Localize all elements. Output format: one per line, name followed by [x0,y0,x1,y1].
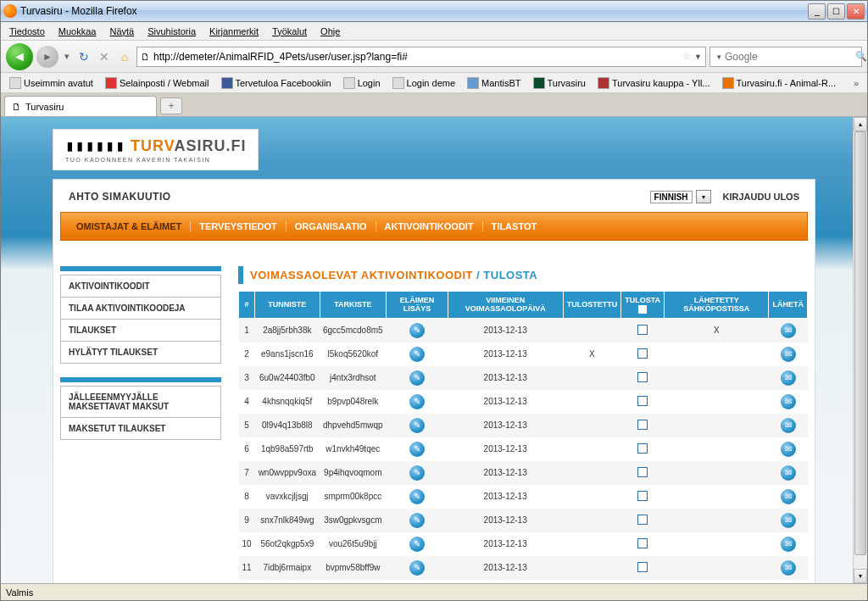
maximize-button[interactable]: ☐ [827,3,845,19]
add-animal-button[interactable]: ✎ [409,370,425,386]
add-animal-button[interactable]: ✎ [409,489,425,504]
send-button[interactable]: ✉ [781,513,796,528]
col-tulosta[interactable]: TULOSTA [621,292,665,319]
nav-forward-button[interactable]: ► [36,46,58,68]
print-checkbox[interactable] [637,491,648,501]
nav-terveys[interactable]: TERVEYSTIEDOT [191,221,286,231]
menu-edit[interactable]: Muokkaa [52,25,103,38]
add-animal-button[interactable]: ✎ [409,347,425,362]
col-lahetetty[interactable]: LÄHETETTY SÄHKÖPOSTISSA [665,292,769,319]
logout-link[interactable]: KIRJAUDU ULOS [723,192,799,202]
bookmark-item[interactable]: Login [338,75,386,91]
send-button[interactable]: ✉ [781,418,796,433]
url-dropdown[interactable]: ▼ [694,53,702,61]
send-button[interactable]: ✉ [781,560,796,576]
cell-date: 2013-12-13 [448,532,563,556]
bookmark-item[interactable]: MantisBT [462,75,526,91]
add-animal-button[interactable]: ✎ [409,560,425,576]
menu-tools[interactable]: Työkalut [265,25,314,38]
send-button[interactable]: ✉ [781,394,796,409]
scroll-down-button[interactable]: ▾ [854,569,867,583]
nav-history-dropdown[interactable]: ▾ [62,46,72,68]
bookmark-star-icon[interactable]: ☆ [682,51,691,62]
bookmark-item[interactable]: Selainposti / Webmail [100,75,214,91]
send-button[interactable]: ✉ [781,347,796,362]
nav-tilastot[interactable]: TILASTOT [483,221,546,231]
bookmark-item[interactable]: Turvasiru.fi - Animal-R... [717,75,842,91]
send-button[interactable]: ✉ [781,370,796,386]
site-logo[interactable]: ▮▮▮▮▮▮ TURVASIRU.FI TUO KADONNEEN KAVERI… [53,129,259,170]
scroll-up-button[interactable]: ▴ [854,117,867,131]
add-animal-button[interactable]: ✎ [409,537,425,552]
nav-organisaatio[interactable]: ORGANISAATIO [287,221,376,231]
sidebar-item[interactable]: TILAA AKTIVOINTIKOODEJA [60,298,221,320]
nav-back-button[interactable]: ◄ [6,43,33,70]
menu-help[interactable]: Ohje [314,25,347,38]
reload-button[interactable]: ↻ [75,48,92,65]
sidebar-item[interactable]: TILAUKSET [60,320,221,342]
print-checkbox[interactable] [637,372,648,382]
tab-turvasiru[interactable]: 🗋 Turvasiru [4,96,157,116]
search-engine-dropdown[interactable]: ▾ [717,53,721,61]
bookmark-item[interactable]: Tervetuloa Facebookiin [216,75,337,91]
send-button[interactable]: ✉ [781,323,796,338]
menu-view[interactable]: Näytä [103,25,141,38]
minimize-button[interactable]: ⎯ [808,3,826,19]
home-button[interactable]: ⌂ [116,48,133,65]
scroll-thumb[interactable] [854,131,866,555]
bookmarks-overflow[interactable]: » [849,78,864,88]
print-checkbox[interactable] [637,562,648,572]
send-button[interactable]: ✉ [781,465,796,481]
add-animal-button[interactable]: ✎ [409,442,425,457]
select-all-print-checkbox[interactable] [638,305,647,314]
col-tulostettu[interactable]: TULOSTETTU [563,292,621,319]
url-input[interactable] [153,51,679,63]
search-bar[interactable]: ▾ 🔍 [709,47,862,67]
close-button[interactable]: ✕ [847,3,865,19]
nav-omistajat[interactable]: OMISTAJAT & ELÄIMET [68,221,191,231]
search-input[interactable] [725,51,852,63]
sidebar-item[interactable]: MAKSETUT TILAUKSET [60,418,221,440]
add-animal-button[interactable]: ✎ [409,394,425,409]
col-tarkiste[interactable]: TARKISTE [320,292,387,319]
bookmark-item[interactable]: Turvasiru [528,75,591,91]
print-checkbox[interactable] [637,396,648,406]
nav-aktivointi[interactable]: AKTIVOINTIKOODIT [376,221,483,231]
col-viimeinen[interactable]: VIIMEINEN VOIMASSAOLOPÄIVÄ [448,292,563,319]
col-tunniste[interactable]: TUNNISTE [255,292,320,319]
sidebar-item[interactable]: AKTIVOINTIKOODIT [60,275,221,298]
print-checkbox[interactable] [637,538,648,548]
sidebar-item[interactable]: JÄLLEEENMYYJÄLLE MAKSETTAVAT MAKSUT [60,386,221,418]
add-animal-button[interactable]: ✎ [409,418,425,433]
menu-bookmarks[interactable]: Kirjanmerkit [203,25,265,38]
menu-file[interactable]: Tiedosto [3,25,52,38]
bookmark-item[interactable]: Turvasiru kauppa - Yll... [593,75,715,91]
col-num[interactable]: # [239,292,255,319]
search-go-icon[interactable]: 🔍 [855,51,867,62]
bookmark-item[interactable]: Useimmin avatut [4,75,98,91]
add-animal-button[interactable]: ✎ [409,323,425,338]
new-tab-button[interactable]: + [160,97,182,114]
print-checkbox[interactable] [637,420,648,430]
stop-button[interactable]: ✕ [96,48,113,65]
bookmark-item[interactable]: Login deme [387,75,461,91]
print-checkbox[interactable] [637,443,648,454]
col-laheta[interactable]: LÄHETÄ [769,292,808,319]
add-animal-button[interactable]: ✎ [409,513,425,528]
url-bar[interactable]: 🗋 ☆ ▼ [136,47,706,67]
send-button[interactable]: ✉ [781,442,796,457]
print-checkbox[interactable] [637,467,648,477]
page-icon: 🗋 [141,52,150,62]
col-lisays[interactable]: ELÄIMEN LISÄYS [387,292,448,319]
sidebar-item[interactable]: HYLÄTYT TILAUKSET [60,342,221,364]
vertical-scrollbar[interactable]: ▴ ▾ [853,117,867,583]
send-button[interactable]: ✉ [781,489,796,504]
language-dropdown-button[interactable]: ▾ [696,190,711,203]
print-checkbox[interactable] [637,325,648,335]
language-select[interactable]: FINNISH [650,191,693,203]
add-animal-button[interactable]: ✎ [409,465,425,481]
print-checkbox[interactable] [637,348,648,359]
print-checkbox[interactable] [637,515,648,525]
send-button[interactable]: ✉ [781,537,796,552]
menu-history[interactable]: Sivuhistoria [141,25,203,38]
